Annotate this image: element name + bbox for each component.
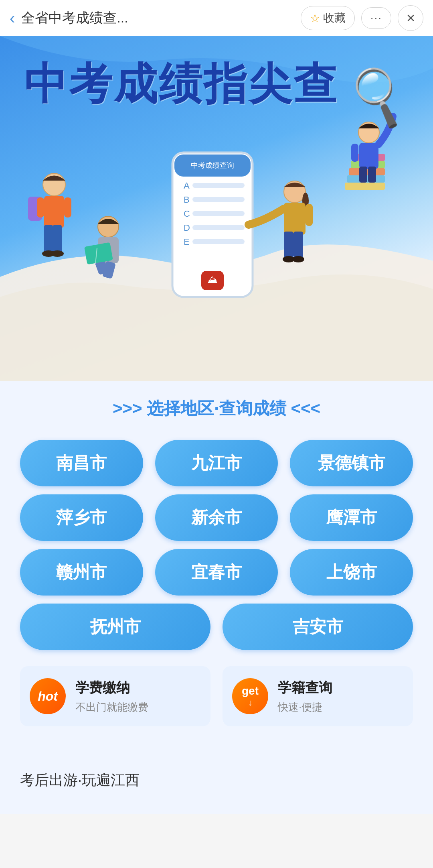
- get-label: get: [242, 685, 259, 697]
- svg-rect-37: [306, 204, 313, 226]
- svg-rect-47: [368, 167, 376, 183]
- card-tuition-title: 学费缴纳: [75, 679, 148, 697]
- city-grid-row4: 抚州市 吉安市: [20, 604, 413, 650]
- region-prompt: >>> 选择地区·查询成绩 <<<: [20, 397, 413, 420]
- svg-rect-33: [284, 232, 293, 258]
- bottom-cards: hot 学费缴纳 不出门就能缴费 get ↓ 学籍查询 快速·便捷: [20, 666, 413, 726]
- hot-label: hot: [38, 689, 58, 704]
- svg-rect-7: [37, 197, 44, 218]
- svg-rect-27: [192, 239, 245, 244]
- city-btn-jingdezhen[interactable]: 景德镇市: [290, 440, 413, 486]
- card-tuition-subtitle: 不出门就能缴费: [75, 700, 148, 714]
- get-icon: get ↓: [232, 678, 268, 714]
- card-enrollment-title: 学籍查询: [278, 679, 332, 697]
- city-btn-yichun[interactable]: 宜春市: [155, 549, 278, 596]
- card-tuition[interactable]: hot 学费缴纳 不出门就能缴费: [20, 666, 210, 726]
- card-enrollment-subtitle: 快速·便捷: [278, 700, 332, 714]
- city-btn-xinyu[interactable]: 新余市: [155, 494, 278, 541]
- city-grid-row1: 南昌市 九江市 景德镇市: [20, 440, 413, 486]
- svg-text:E: E: [184, 237, 190, 247]
- svg-rect-1: [44, 196, 64, 228]
- svg-rect-3: [53, 225, 62, 253]
- svg-rect-34: [293, 232, 303, 258]
- collect-button[interactable]: ☆ 收藏: [301, 6, 355, 30]
- svg-rect-38: [345, 183, 385, 190]
- city-btn-shangrao[interactable]: 上饶市: [290, 549, 413, 596]
- hero-title: 中考成绩指尖查: [24, 60, 338, 108]
- svg-text:A: A: [184, 181, 190, 191]
- svg-rect-21: [192, 197, 245, 202]
- svg-rect-23: [192, 211, 245, 216]
- more-button[interactable]: ···: [361, 7, 391, 29]
- card-tuition-text: 学费缴纳 不出门就能缴费: [75, 679, 148, 714]
- content-area: >>> 选择地区·查询成绩 <<< 南昌市 九江市 景德镇市 萍乡市 新余市 鹰…: [0, 381, 433, 762]
- city-btn-fuzhou[interactable]: 抚州市: [20, 604, 210, 650]
- city-btn-pingxiang[interactable]: 萍乡市: [20, 494, 143, 541]
- card-enrollment-text: 学籍查询 快速·便捷: [278, 679, 332, 714]
- svg-rect-25: [192, 225, 245, 230]
- get-arrow-icon: ↓: [248, 697, 253, 708]
- svg-rect-8: [64, 197, 71, 218]
- svg-text:中考成绩查询: 中考成绩查询: [191, 161, 234, 169]
- city-btn-jian[interactable]: 吉安市: [223, 604, 413, 650]
- svg-rect-2: [44, 225, 53, 253]
- hot-icon: hot: [30, 678, 66, 714]
- city-grid-row3: 赣州市 宜春市 上饶市: [20, 549, 413, 596]
- svg-text:B: B: [184, 195, 190, 205]
- svg-rect-19: [192, 183, 245, 188]
- city-btn-nanchang[interactable]: 南昌市: [20, 440, 143, 486]
- collect-label: 收藏: [323, 10, 346, 26]
- svg-text:C: C: [184, 209, 190, 219]
- nav-bar: ‹ 全省中考成绩查... ☆ 收藏 ··· ✕: [0, 0, 433, 36]
- city-btn-yingtan[interactable]: 鹰潭市: [290, 494, 413, 541]
- svg-point-36: [292, 256, 304, 262]
- svg-text:D: D: [184, 223, 190, 233]
- back-button[interactable]: ‹: [10, 10, 15, 26]
- footer-section: 考后出游·玩遍江西: [0, 762, 433, 814]
- hero-section: 中考成绩指尖查 🔍: [0, 36, 433, 381]
- svg-point-5: [51, 250, 64, 257]
- svg-text:⛰: ⛰: [207, 273, 218, 285]
- footer-text: 考后出游·玩遍江西: [20, 770, 413, 790]
- card-enrollment[interactable]: get ↓ 学籍查询 快速·便捷: [223, 666, 413, 726]
- city-btn-ganzhou[interactable]: 赣州市: [20, 549, 143, 596]
- city-grid-row2: 萍乡市 新余市 鹰潭市: [20, 494, 413, 541]
- star-icon: ☆: [310, 12, 320, 25]
- svg-rect-46: [359, 167, 367, 183]
- city-btn-jiujiang[interactable]: 九江市: [155, 440, 278, 486]
- close-button[interactable]: ✕: [398, 5, 423, 31]
- svg-rect-45: [351, 144, 358, 162]
- svg-rect-44: [359, 143, 378, 169]
- page-title: 全省中考成绩查...: [21, 9, 294, 27]
